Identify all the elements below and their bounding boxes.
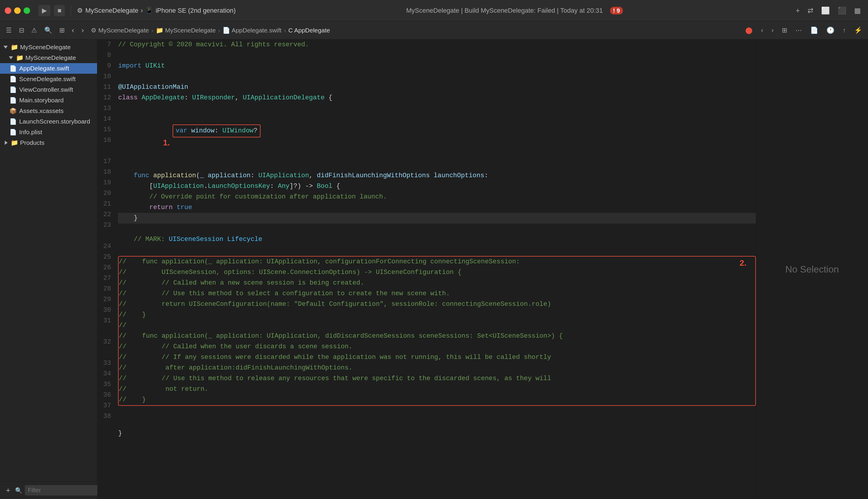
breadcrumb-item-1[interactable]: ⚙ MySceneDelegate [91, 27, 149, 34]
sidebar-toggle-icon[interactable]: ☰ [3, 25, 14, 35]
sidebar-item-launchscreen[interactable]: 📄 LaunchScreen.storyboard [0, 116, 97, 127]
breadcrumb-sep1: › [141, 7, 143, 14]
layout-btn-2[interactable]: ⬛ [835, 5, 849, 16]
device-icon: 📱 [145, 7, 153, 14]
code-line-25: // // Use this method to select a config… [119, 289, 755, 299]
line-numbers: 7 8 9 10 11 12 13 14 15 16 17 18 19 20 2… [97, 39, 116, 499]
annotation-number-1: 1. [163, 138, 170, 147]
code-line-28: // [119, 320, 755, 331]
filter-icon: 🔍 [15, 487, 22, 494]
prev-issue-icon[interactable]: ‹ [759, 25, 765, 35]
breadcrumb-sep-1: › [152, 27, 154, 34]
group-label: MySceneDelegate [25, 54, 76, 61]
code-line-23b: // UISceneSession, options: UIScene.Conn… [119, 267, 755, 278]
project-root-icon: 📁 [11, 44, 18, 51]
code-line-32b: // not return. [119, 384, 755, 394]
inspector-icon[interactable]: ⊞ [780, 25, 789, 35]
code-line-7: // Copyright © 2020 macvivi. All rights … [118, 39, 756, 50]
sidebar: 📁 MySceneDelegate 📁 MySceneDelegate 📄 Ap… [0, 39, 97, 499]
close-button[interactable] [5, 8, 11, 14]
doc-icon[interactable]: 📄 [808, 25, 820, 35]
sidebar-item-mainstoryboard[interactable]: 📄 Main.storyboard [0, 95, 97, 106]
code-line-30: // // Called when the user discards a sc… [119, 341, 755, 352]
grid-icon[interactable]: ⊞ [57, 25, 67, 35]
swift-file-icon: 📄 [10, 65, 17, 72]
plist-icon-main: 📄 [10, 129, 17, 136]
toolbar2-right: ⬤ ‹ › ⊞ ⋯ 📄 🕐 ↑ ⚡ [743, 25, 865, 35]
maximize-button[interactable] [24, 8, 30, 14]
sidebar-project-root[interactable]: 📁 MySceneDelegate [0, 42, 97, 52]
infoplist-label: Info.plist [19, 129, 42, 136]
group-icon: 📁 [16, 54, 24, 61]
build-status-text: MySceneDelegate | Build MySceneDelegate:… [406, 7, 603, 14]
code-line-37 [118, 439, 756, 449]
breakpoint-icon[interactable]: ⚠ [29, 25, 39, 35]
error-nav-icon[interactable]: ⬤ [743, 25, 755, 35]
sidebar-item-appdelegate[interactable]: 📄 AppDelegate.swift [0, 63, 97, 74]
bolt-icon[interactable]: ⚡ [852, 25, 865, 35]
clock-icon[interactable]: 🕐 [824, 25, 837, 35]
breadcrumb: ⚙ MySceneDelegate › 📁 MySceneDelegate › … [91, 27, 740, 34]
code-line-36: } [118, 428, 756, 439]
traffic-lights [5, 8, 30, 14]
add-file-button[interactable]: + [3, 485, 13, 496]
sidebar-group-products[interactable]: 📁 Products [0, 137, 97, 148]
breadcrumb-item-3[interactable]: 📄 AppDelegate.swift [222, 27, 281, 34]
appdelegate-label: AppDelegate.swift [19, 65, 69, 72]
titlebar: ▶ ■ ⚙ MySceneDelegate › 📱 iPhone SE (2nd… [0, 0, 868, 21]
sidebar-item-assets[interactable]: 📦 Assets.xcassets [0, 106, 97, 116]
code-line-21: // MARK: UISceneSession Lifecycle [118, 234, 756, 245]
code-editor[interactable]: 7 8 9 10 11 12 13 14 15 16 17 18 19 20 2… [97, 39, 756, 499]
share-icon[interactable]: ↑ [840, 25, 848, 35]
exchange-button[interactable]: ⇄ [805, 5, 816, 16]
code-line-10 [118, 71, 756, 82]
minimize-button[interactable] [14, 8, 21, 14]
code-line-26: // return UISceneConfiguration(name: "De… [119, 299, 755, 310]
sidebar-item-viewcontroller[interactable]: 📄 ViewController.swift [0, 84, 97, 95]
sidebar-footer: + 🔍 ⏱ ⊞ [0, 481, 97, 499]
code-line-11: @UIApplicationMain [118, 82, 756, 93]
back-button[interactable]: ‹ [69, 24, 77, 36]
add-button[interactable]: + [793, 5, 802, 16]
search-icon[interactable]: 🔍 [42, 25, 55, 35]
assets-label: Assets.xcassets [19, 107, 64, 114]
filter-input[interactable] [25, 485, 105, 496]
code-line-15 [118, 160, 756, 170]
navigator-icon[interactable]: ⊟ [16, 25, 26, 35]
secondary-toolbar: ☰ ⊟ ⚠ 🔍 ⊞ ‹ › ⚙ MySceneDelegate › 📁 MySc… [0, 21, 868, 39]
code-line-35 [118, 417, 756, 428]
more-icon[interactable]: ⋯ [793, 25, 804, 35]
assets-icon-main: 📦 [10, 107, 17, 114]
next-issue-icon[interactable]: › [769, 25, 776, 35]
code-line-29: // func application(_ application: UIApp… [119, 331, 755, 341]
breadcrumb-item-2[interactable]: 📁 MySceneDelegate [156, 27, 216, 34]
viewcontroller-label: ViewController.swift [19, 86, 73, 93]
code-container: 7 8 9 10 11 12 13 14 15 16 17 18 19 20 2… [97, 39, 756, 499]
storyboard-icon-launch: 📄 [10, 118, 17, 125]
sidebar-item-scenedelegate[interactable]: 📄 SceneDelegate.swift [0, 74, 97, 84]
layout-btn-1[interactable]: ⬜ [819, 5, 832, 16]
project-root-label: MySceneDelegate [20, 44, 71, 51]
forward-button[interactable]: › [79, 24, 86, 36]
error-badge[interactable]: ! 9 [610, 7, 623, 14]
products-folder-icon: 📁 [11, 139, 18, 146]
sidebar-item-infoplist[interactable]: 📄 Info.plist [0, 127, 97, 137]
code-line-16b: [UIApplication.LaunchOptionsKey: Any]?) … [118, 181, 756, 192]
stop-button[interactable]: ■ [54, 5, 65, 16]
breadcrumb-item-4[interactable]: C AppDelegate [288, 27, 330, 34]
code-line-31b: // after application:didFinishLaunchingW… [119, 363, 755, 373]
code-line-31: // // If any sessions were discarded whi… [119, 352, 755, 363]
project-name: MySceneDelegate [85, 7, 138, 14]
no-selection-text: No Selection [785, 264, 839, 275]
sidebar-group-myscenedelegate[interactable]: 📁 MySceneDelegate [0, 52, 97, 63]
code-line-27: // } [119, 310, 755, 320]
play-button[interactable]: ▶ [38, 5, 50, 16]
code-line-14: var window: UIWindow? 1. [118, 114, 756, 160]
storyboard-icon-main: 📄 [10, 97, 17, 104]
scenedelegate-label: SceneDelegate.swift [19, 75, 75, 83]
code-line-34 [118, 407, 756, 417]
code-line-22 [118, 245, 756, 255]
code-line-12: class AppDelegate: UIResponder, UIApplic… [118, 93, 756, 103]
layout-btn-3[interactable]: ▦ [852, 5, 863, 16]
code-line-38 [118, 449, 756, 460]
